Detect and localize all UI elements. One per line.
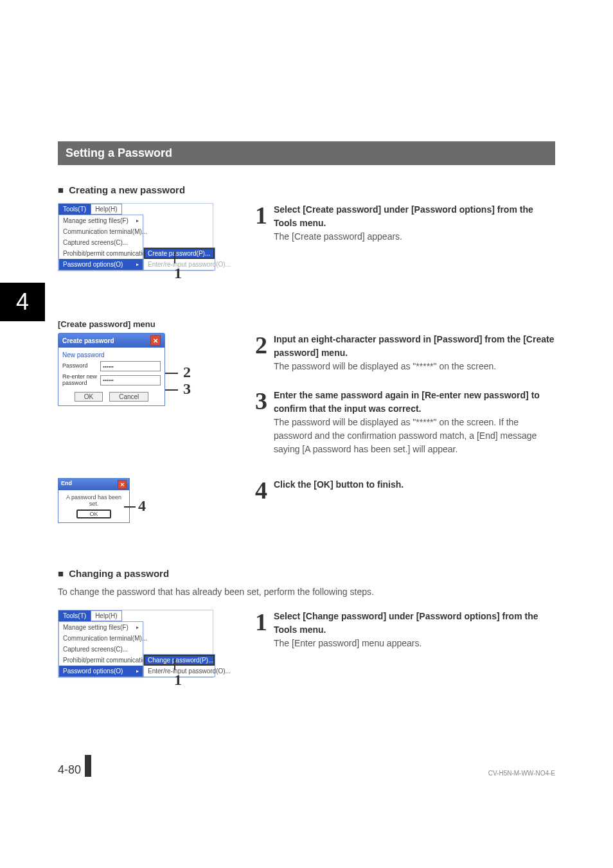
menu-item[interactable]: Communication terminal(M)...	[59, 226, 143, 237]
menu-tab-tools[interactable]: Tools(T)	[58, 204, 91, 215]
callout-1: 1	[174, 265, 182, 282]
page-number: 4-80	[58, 755, 91, 777]
step-bold: Enter the same password again in [Re-ent…	[274, 389, 555, 416]
menu-tab-help[interactable]: Help(H)	[91, 610, 121, 621]
cancel-button[interactable]: Cancel	[109, 392, 148, 402]
step-bold: Click the [OK] button to finish.	[274, 478, 555, 492]
end-dialog-title: End	[61, 480, 72, 489]
menu-item[interactable]: Manage setting files(F)▸	[59, 622, 143, 633]
subhead-changing: ■ Changing a password	[58, 568, 555, 579]
menu-item[interactable]: Prohibit/permit communication(P)...	[59, 655, 143, 666]
password-field[interactable]: ••••••	[100, 361, 161, 371]
tools-menu-screenshot-change: Tools(T) Help(H) Manage setting files(F)…	[58, 610, 213, 678]
password-label: Password	[62, 363, 98, 369]
chevron-right-icon: ▸	[136, 624, 139, 630]
section-title: Setting a Password	[58, 141, 555, 165]
menu-item[interactable]: Prohibit/permit communication(P)...	[59, 248, 143, 259]
submenu-create-password[interactable]: Create password(P)...	[144, 248, 215, 259]
step-number: 3	[244, 389, 267, 413]
step-number: 4	[244, 478, 267, 502]
menu-tab-tools[interactable]: Tools(T)	[58, 610, 91, 621]
doc-id: CV-H5N-M-WW-NO4-E	[488, 770, 555, 777]
menu-item-password-options[interactable]: Password options(O)▸	[59, 259, 143, 270]
step-plain: The [Enter password] menu appears.	[274, 637, 555, 650]
menu-item-password-options[interactable]: Password options(O)▸	[59, 666, 143, 677]
step-number: 2	[244, 333, 267, 357]
create-dialog-caption: [Create password] menu	[58, 319, 555, 329]
menu-item[interactable]: Captured screens(C)...	[59, 237, 143, 248]
close-icon[interactable]: ✕	[150, 335, 161, 346]
step-bold: Select [Create password] under [Password…	[274, 203, 555, 230]
step-plain: The password will be displayed as "*****…	[274, 360, 555, 373]
subhead-creating-text: Creating a new password	[69, 184, 185, 195]
group-label: New password	[62, 351, 161, 359]
reenter-label: Re-enter new password	[62, 374, 98, 387]
step-number: 1	[244, 610, 267, 634]
callout-1: 1	[174, 671, 182, 689]
step-plain: The password will be displayed as "*****…	[274, 416, 555, 456]
step-bold: Input an eight-character password in [Pa…	[274, 333, 555, 360]
submenu-change-password[interactable]: Change password(P)...	[144, 655, 215, 666]
create-password-dialog: Create password ✕ New password Password …	[58, 333, 165, 406]
tools-menu-screenshot: Tools(T) Help(H) Manage setting files(F)…	[58, 203, 213, 271]
ok-button[interactable]: OK	[76, 509, 111, 518]
step-bold: Select [Change password] under [Password…	[274, 610, 555, 637]
callout-2: 2	[183, 364, 191, 381]
end-dialog: End ✕ A password has been set. OK	[58, 478, 130, 523]
change-intro: To change the password that has already …	[58, 587, 555, 597]
page-marker-icon	[85, 755, 91, 777]
square-bullet-icon: ■	[58, 568, 64, 579]
chevron-right-icon: ▸	[136, 218, 139, 224]
close-icon[interactable]: ✕	[118, 480, 127, 489]
step-plain: The [Create password] appears.	[274, 230, 555, 244]
ok-button[interactable]: OK	[75, 392, 103, 402]
end-message: A password has been set.	[62, 494, 125, 507]
menu-item[interactable]: Captured screens(C)...	[59, 644, 143, 655]
square-bullet-icon: ■	[58, 184, 64, 195]
callout-4: 4	[138, 497, 146, 515]
menu-item[interactable]: Manage setting files(F)▸	[59, 215, 143, 226]
subhead-changing-text: Changing a password	[69, 568, 169, 579]
step-number: 1	[244, 203, 267, 227]
dialog-title: Create password	[62, 337, 114, 344]
callout-3: 3	[183, 380, 191, 398]
menu-tab-help[interactable]: Help(H)	[91, 204, 121, 215]
chevron-right-icon: ▸	[136, 668, 139, 674]
subhead-creating: ■ Creating a new password	[58, 184, 555, 195]
reenter-field[interactable]: ••••••	[100, 375, 161, 385]
chapter-tab: 4	[0, 283, 45, 321]
chevron-right-icon: ▸	[136, 261, 139, 267]
menu-item[interactable]: Communication terminal(M)...	[59, 633, 143, 644]
